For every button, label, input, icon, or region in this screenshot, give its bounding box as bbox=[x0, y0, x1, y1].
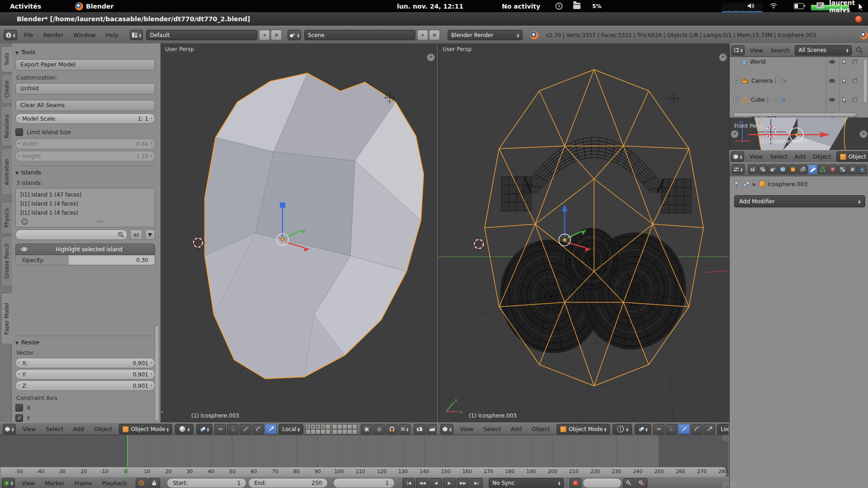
opengl-render-anim-button[interactable] bbox=[426, 424, 437, 434]
tool-tab-physics[interactable]: Physics bbox=[1, 202, 12, 234]
selectability-cursor-icon[interactable] bbox=[842, 59, 847, 65]
editor-type-info-button[interactable]: i ▲▼ bbox=[4, 30, 17, 40]
model-scale-slider[interactable]: ◂ Model Scale: 1: 1 ▸ bbox=[15, 113, 155, 124]
open-properties-region-button[interactable]: + bbox=[427, 53, 435, 61]
menu-object[interactable]: Object bbox=[809, 153, 835, 160]
menu-select[interactable]: Select bbox=[41, 426, 68, 432]
island-list-item[interactable]: [I1] Island 1 (4 faces) bbox=[16, 208, 155, 217]
play-reverse-button[interactable]: ◀ bbox=[429, 478, 442, 488]
layer-grid-2[interactable] bbox=[332, 424, 357, 434]
menu-help[interactable]: Help bbox=[100, 32, 123, 38]
frame-start-field[interactable]: Start:1 bbox=[167, 478, 246, 488]
manipulator-arc-button[interactable] bbox=[252, 424, 264, 434]
layer-toggle[interactable] bbox=[347, 424, 352, 429]
expand-icon[interactable]: + bbox=[733, 78, 739, 84]
properties-tab-render[interactable] bbox=[748, 164, 758, 174]
object-data-icon[interactable] bbox=[743, 181, 750, 187]
jump-to-end-button[interactable]: ▶| bbox=[470, 478, 483, 488]
tracker-clock-icon[interactable] bbox=[555, 2, 563, 10]
manipulator-rotate-button[interactable] bbox=[240, 424, 251, 434]
menu-frame[interactable]: Frame bbox=[70, 480, 97, 487]
manipulator-scale-button[interactable] bbox=[703, 424, 715, 434]
export-paper-model-button[interactable]: Export Paper Model bbox=[15, 59, 155, 70]
mini-viewport-canvas[interactable]: z Front Persp (1) Icosphere.003 + + bbox=[729, 117, 868, 150]
frame-end-field[interactable]: End:250 bbox=[248, 478, 328, 488]
pivot-align-toggle[interactable]: ↔ bbox=[214, 424, 226, 434]
pivot-point-selector[interactable]: ▲▼ bbox=[196, 424, 213, 434]
keying-set-field[interactable] bbox=[583, 478, 622, 488]
menu-object[interactable]: Object bbox=[89, 426, 118, 432]
editor-type-properties-button[interactable]: ▲▼ bbox=[731, 164, 745, 174]
add-layout-button[interactable]: ＋ bbox=[259, 30, 270, 40]
constraint-x-checkbox[interactable]: X bbox=[15, 404, 155, 412]
previous-keyframe-button[interactable]: ◀◀ bbox=[416, 478, 429, 488]
files-icon[interactable] bbox=[573, 3, 580, 9]
menu-window[interactable]: Window bbox=[68, 32, 100, 38]
outliner-hscrollbar[interactable] bbox=[733, 113, 856, 117]
menu-view[interactable]: View bbox=[18, 426, 41, 432]
clock[interactable]: lun. nov. 24, 12:11 bbox=[392, 0, 468, 12]
layer-toggle[interactable] bbox=[316, 429, 321, 434]
viewport-shading-selector[interactable]: ▲▼ bbox=[175, 424, 193, 434]
render-engine-selector[interactable]: Blender Render▲▼ bbox=[448, 30, 523, 40]
layer-toggle[interactable] bbox=[321, 424, 326, 429]
layer-toggle[interactable] bbox=[332, 424, 337, 429]
island-list-item[interactable]: [I1] Island 1 (4 faces) bbox=[16, 199, 155, 208]
open-properties-region-button[interactable]: + bbox=[719, 53, 727, 61]
manipulator-translate-button[interactable] bbox=[665, 424, 677, 434]
menu-view[interactable]: View bbox=[746, 47, 767, 54]
editor-type-3dview-button[interactable]: ▲▼ bbox=[3, 424, 16, 434]
constraint-y-checkbox[interactable]: ✓Y bbox=[15, 414, 155, 422]
resize-x-field[interactable]: ◂X: 0.901▸ bbox=[15, 358, 155, 368]
delete-scene-button[interactable]: ✕ bbox=[429, 30, 440, 40]
islands-list[interactable]: [I1] Island 1 (47 faces)[I1] Island 1 (4… bbox=[15, 188, 155, 227]
snap-target-selector[interactable]: ⊞▲▼ bbox=[399, 424, 410, 434]
sort-alpha-button[interactable]: az bbox=[130, 230, 142, 240]
menu-file[interactable]: File bbox=[19, 32, 38, 38]
islands-search-input[interactable]: + bbox=[15, 230, 127, 240]
lock-frame-range-button[interactable] bbox=[148, 478, 160, 488]
proportional-edit-button[interactable]: ◎ bbox=[373, 424, 385, 434]
menu-select[interactable]: Select bbox=[766, 153, 791, 160]
delete-layout-button[interactable]: ✕ bbox=[271, 30, 282, 40]
outliner-filter-selector[interactable]: All Scenes▲▼ bbox=[795, 45, 852, 56]
properties-tab-material[interactable] bbox=[828, 164, 837, 174]
close-button[interactable] bbox=[855, 15, 863, 23]
layer-toggle[interactable] bbox=[337, 429, 342, 434]
viewport-right-canvas[interactable]: User Persp (1) Icosphere.003 + xy bbox=[438, 43, 729, 422]
window-title-bar[interactable]: Blender* [/home/laurent/bacasable/blende… bbox=[0, 12, 868, 26]
tool-tab-relations[interactable]: Relations bbox=[1, 106, 12, 146]
outliner-item-world[interactable]: World bbox=[730, 57, 868, 66]
properties-tab-modifiers[interactable] bbox=[808, 164, 817, 174]
scene-selector[interactable]: Scene bbox=[304, 30, 415, 40]
editor-type-timeline-button[interactable]: ▲▼ bbox=[2, 478, 15, 488]
layer-toggle[interactable] bbox=[326, 424, 330, 429]
pin-icon[interactable] bbox=[733, 181, 740, 188]
properties-tab-texture[interactable] bbox=[838, 164, 847, 174]
viewport-shading-selector[interactable]: ▲▼ bbox=[613, 424, 632, 434]
properties-tab-world[interactable] bbox=[778, 164, 788, 174]
island-list-item[interactable]: [I1] Island 1 (47 faces) bbox=[16, 190, 155, 199]
menu-view[interactable]: View bbox=[455, 426, 479, 432]
lock-to-scene-button[interactable]: ▣ bbox=[361, 424, 373, 434]
menu-view[interactable]: View bbox=[17, 480, 40, 487]
menu-add[interactable]: Add bbox=[791, 153, 809, 160]
clear-all-seams-button[interactable]: Clear All Seams bbox=[15, 100, 155, 111]
mode-selector[interactable]: Object Mode ▲▼ bbox=[119, 424, 172, 434]
island-height-field[interactable]: ◂ Height: 1.16 ▸ bbox=[15, 151, 155, 161]
limit-island-size-checkbox[interactable]: Limit Island Size bbox=[15, 128, 155, 136]
auto-keyframe-record-button[interactable] bbox=[570, 478, 581, 488]
layer-toggle[interactable] bbox=[306, 424, 311, 429]
delete-keyframe-button[interactable] bbox=[636, 478, 647, 488]
layer-grid-1[interactable] bbox=[306, 424, 330, 434]
menu-add[interactable]: Add bbox=[506, 426, 527, 432]
menu-search[interactable]: Search bbox=[767, 47, 793, 54]
timeline-ruler[interactable]: -50-40-30-20-100102030405060708090100110… bbox=[0, 467, 727, 478]
open-properties-region-button[interactable]: + bbox=[859, 130, 868, 138]
app-menu[interactable]: Blender bbox=[71, 0, 118, 12]
screen-layout-selector[interactable]: Default bbox=[146, 30, 257, 40]
sync-mode-selector[interactable]: No Sync▲▼ bbox=[489, 478, 564, 488]
tool-tab-grease-pencil[interactable]: Grease Pencil bbox=[1, 236, 12, 286]
opengl-render-image-button[interactable] bbox=[414, 424, 425, 434]
add-scene-button[interactable]: ＋ bbox=[417, 30, 428, 40]
